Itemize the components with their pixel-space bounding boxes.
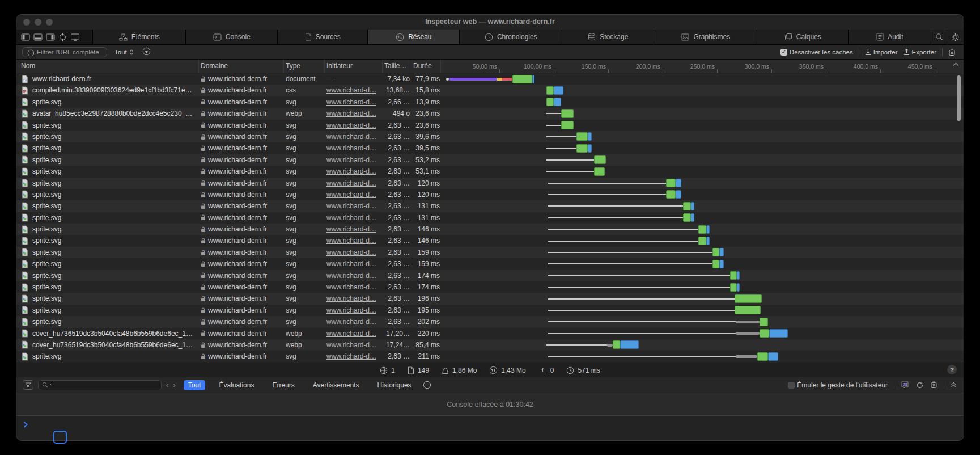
network-request-row[interactable]: sprite.svgwww.richard-dern.frsvgwww.rich… <box>16 305 964 316</box>
device-icon[interactable] <box>70 33 80 41</box>
help-button[interactable]: ? <box>947 365 957 374</box>
network-request-row[interactable]: sprite.svgwww.richard-dern.frsvgwww.rich… <box>16 120 964 131</box>
url-filter-input[interactable]: Filtrer l'URL complète <box>22 47 107 57</box>
search-button[interactable] <box>931 30 947 44</box>
resource-scope-select[interactable]: Tout <box>114 47 134 57</box>
initiator-link[interactable]: www.richard-d… <box>326 144 376 152</box>
console-filter-tout[interactable]: Tout <box>184 380 206 390</box>
checkbox-checked-icon[interactable]: ✓ <box>780 49 787 56</box>
checkbox-unchecked-icon[interactable] <box>788 382 795 389</box>
initiator-link[interactable]: www.richard-d… <box>326 86 376 94</box>
network-request-row[interactable]: sprite.svgwww.richard-dern.frsvgwww.rich… <box>16 96 964 108</box>
initiator-link[interactable]: www.richard-d… <box>326 272 376 280</box>
tab-sources[interactable]: Sources <box>278 30 368 44</box>
disable-caches-toggle[interactable]: ✓ Désactiver les caches <box>780 49 853 56</box>
initiator-link[interactable]: www.richard-d… <box>326 191 376 199</box>
vertical-scrollbar[interactable] <box>957 75 961 121</box>
network-request-row[interactable]: sprite.svgwww.richard-dern.frsvgwww.rich… <box>16 316 964 327</box>
console-prompt[interactable] <box>16 415 964 441</box>
initiator-link[interactable]: www.richard-d… <box>326 179 376 187</box>
clear-network-items-button[interactable] <box>948 49 956 56</box>
initiator-link[interactable]: www.richard-d… <box>326 121 376 129</box>
initiator-link[interactable]: www.richard-d… <box>326 341 376 349</box>
network-request-row[interactable]: sprite.svgwww.richard-dern.frsvgwww.rich… <box>16 189 964 200</box>
initiator-link[interactable]: www.richard-d… <box>326 133 376 141</box>
initiator-link[interactable]: www.richard-d… <box>326 237 376 245</box>
network-request-row[interactable]: cover_hu736519dc3b5040cfa48b6b559b6de6ec… <box>16 339 964 351</box>
column-header-domaine[interactable]: Domaine <box>201 62 228 70</box>
console-filter-evaluations[interactable]: Évaluations <box>214 380 258 390</box>
network-request-row[interactable]: sprite.svgwww.richard-dern.frsvgwww.rich… <box>16 131 964 142</box>
tab-elements[interactable]: Éléments <box>93 30 186 44</box>
previous-result-button[interactable]: ‹ <box>166 381 168 389</box>
tab-audit[interactable]: Audit <box>849 30 931 44</box>
network-request-row[interactable]: sprite.svgwww.richard-dern.frsvgwww.rich… <box>16 166 964 177</box>
console-filter-button[interactable] <box>23 380 33 390</box>
network-request-row[interactable]: compiled.min.38390909f303624ed9e1cf1bd3f… <box>16 85 964 96</box>
initiator-link[interactable]: www.richard-d… <box>326 330 376 338</box>
settings-button[interactable] <box>947 30 964 44</box>
initiator-link[interactable]: www.richard-d… <box>326 306 376 314</box>
network-request-row[interactable]: sprite.svgwww.richard-dern.frsvgwww.rich… <box>16 293 964 304</box>
network-request-row[interactable]: sprite.svgwww.richard-dern.frsvgwww.rich… <box>16 224 964 235</box>
status-clock: 571 ms <box>566 366 600 374</box>
initiator-link[interactable]: www.richard-d… <box>326 214 376 222</box>
console-search-input[interactable] <box>38 380 162 390</box>
import-button[interactable]: Importer <box>865 49 898 56</box>
tab-console[interactable]: Console <box>186 30 278 44</box>
filter-options-icon[interactable] <box>142 47 151 56</box>
network-request-row[interactable]: sprite.svgwww.richard-dern.frsvgwww.rich… <box>16 212 964 224</box>
initiator-link[interactable]: www.richard-d… <box>326 156 376 164</box>
console-options-icon[interactable] <box>423 381 431 389</box>
network-request-row[interactable]: sprite.svgwww.richard-dern.frsvgwww.rich… <box>16 200 964 212</box>
initiator-link[interactable]: www.richard-d… <box>326 248 376 256</box>
network-request-row[interactable]: sprite.svgwww.richard-dern.frsvgwww.rich… <box>16 154 964 166</box>
pane-bottom-icon[interactable] <box>33 33 43 41</box>
initiator-link[interactable]: www.richard-d… <box>326 294 376 302</box>
initiator-link[interactable]: www.richard-d… <box>326 98 376 106</box>
column-header-duree[interactable]: Durée <box>413 62 432 70</box>
pane-right-icon[interactable] <box>46 33 55 41</box>
tab-calques[interactable]: Calques <box>757 30 849 44</box>
network-request-row[interactable]: sprite.svgwww.richard-dern.frsvgwww.rich… <box>16 235 964 246</box>
console-filter-avertissements[interactable]: Avertissements <box>308 380 364 390</box>
js-context-button[interactable]: JS <box>901 381 910 389</box>
inspect-target-icon[interactable] <box>58 33 67 41</box>
network-request-row[interactable]: sprite.svgwww.richard-dern.frsvgwww.rich… <box>16 281 964 293</box>
initiator-link[interactable]: www.richard-d… <box>326 202 376 210</box>
titlebar[interactable]: Inspecteur web — www.richard-dern.fr <box>16 15 964 30</box>
network-request-row[interactable]: cover_hu736519dc3b5040cfa48b6b559b6de6ec… <box>16 328 964 339</box>
initiator-link[interactable]: www.richard-d… <box>326 167 376 175</box>
emulate-user-gesture-toggle[interactable]: Émuler le geste de l'utilisateur <box>788 381 888 389</box>
console-filter-erreurs[interactable]: Erreurs <box>268 380 299 390</box>
console-filter-historiques[interactable]: Historiques <box>373 380 416 390</box>
export-button[interactable]: Exporter <box>903 49 936 56</box>
initiator-link[interactable]: www.richard-d… <box>326 225 376 233</box>
collapse-chevrons-icon[interactable] <box>951 382 957 388</box>
initiator-link[interactable]: www.richard-d… <box>326 283 376 291</box>
initiator-link[interactable]: www.richard-d… <box>326 260 376 268</box>
column-header-nom[interactable]: Nom <box>21 62 35 70</box>
clear-console-button[interactable] <box>930 381 937 389</box>
tab-chronologies[interactable]: Chronologies <box>460 30 562 44</box>
column-header-type[interactable]: Type <box>286 62 300 70</box>
network-request-row[interactable]: sprite.svgwww.richard-dern.frsvgwww.rich… <box>16 247 964 258</box>
column-header-initiateur[interactable]: Initiateur <box>326 62 353 70</box>
tab-stockage[interactable]: Stockage <box>562 30 654 44</box>
chevron-up-icon[interactable] <box>953 62 959 66</box>
network-request-row[interactable]: sprite.svgwww.richard-dern.frsvgwww.rich… <box>16 142 964 154</box>
pane-left-icon[interactable] <box>21 33 30 41</box>
tab-graphismes[interactable]: Graphismes <box>654 30 757 44</box>
network-request-row[interactable]: sprite.svgwww.richard-dern.frsvgwww.rich… <box>16 351 964 362</box>
refresh-icon[interactable] <box>916 381 924 389</box>
initiator-link[interactable]: www.richard-d… <box>326 318 376 326</box>
network-request-row[interactable]: sprite.svgwww.richard-dern.frsvgwww.rich… <box>16 270 964 281</box>
initiator-link[interactable]: www.richard-d… <box>326 109 376 117</box>
initiator-link[interactable]: www.richard-d… <box>326 352 376 360</box>
tab-reseau[interactable]: Réseau <box>368 30 460 44</box>
network-request-row[interactable]: www.richard-dern.frwww.richard-dern.frdo… <box>16 73 964 85</box>
network-request-row[interactable]: sprite.svgwww.richard-dern.frsvgwww.rich… <box>16 258 964 269</box>
column-header-taille[interactable]: Taille… <box>384 62 406 70</box>
network-request-row[interactable]: sprite.svgwww.richard-dern.frsvgwww.rich… <box>16 178 964 189</box>
network-request-row[interactable]: avatar_hu85ecc3e298728880b0bde2dcc4e5c23… <box>16 108 964 119</box>
